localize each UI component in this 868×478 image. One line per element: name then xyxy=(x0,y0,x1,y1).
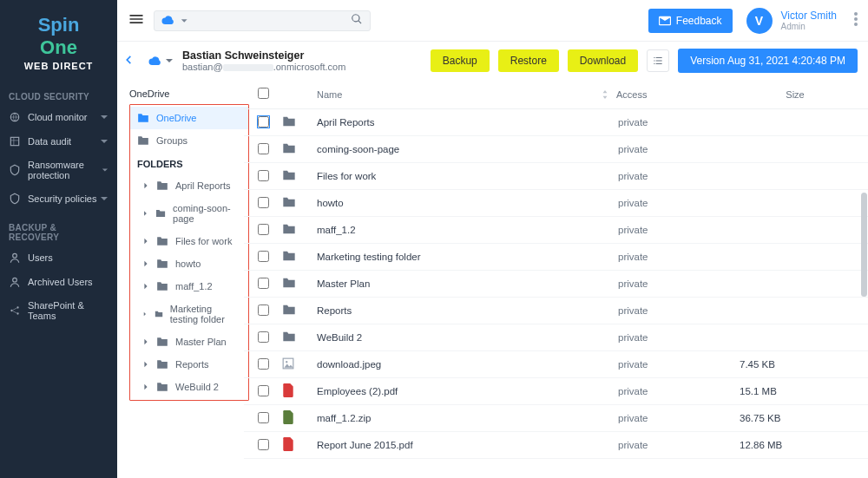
tree-folder-item[interactable]: maff_1.2 xyxy=(135,275,248,298)
logo-word-1: Spin xyxy=(38,14,80,36)
user-role: Admin xyxy=(781,22,837,31)
nav-item[interactable]: Data audit xyxy=(0,129,117,154)
tree-section-folders: FOLDERS xyxy=(130,152,248,174)
row-checkbox[interactable] xyxy=(258,331,269,343)
table-row[interactable]: Report June 2015.pdfprivate12.86 MB xyxy=(244,432,868,459)
tree-folder-item[interactable]: Marketing testing folder xyxy=(135,298,248,331)
breadcrumb: OneDrive xyxy=(129,88,244,99)
scrollbar-thumb[interactable] xyxy=(861,193,867,297)
tree-folder-item[interactable]: Files for work xyxy=(135,230,248,252)
row-checkbox[interactable] xyxy=(258,170,269,181)
table-row[interactable]: download.jpegprivate7.45 KB xyxy=(244,351,868,378)
view-toggle-button[interactable] xyxy=(647,49,669,72)
backup-button[interactable]: Backup xyxy=(431,49,490,72)
file-name: howto xyxy=(313,198,615,208)
table-row[interactable]: maff_1.2.zipprivate36.75 KB xyxy=(244,405,868,432)
tree-item-groups[interactable]: Groups xyxy=(130,129,248,152)
user-menu[interactable]: V Victor Smith Admin xyxy=(746,8,837,34)
chevron-down-icon xyxy=(165,56,174,65)
download-button[interactable]: Download xyxy=(568,49,638,72)
file-size: 7.45 KB xyxy=(736,359,858,370)
file-access: private xyxy=(615,198,736,208)
table-row[interactable]: April Reportsprivate xyxy=(244,109,868,136)
nav-item[interactable]: Users xyxy=(0,246,117,270)
context-user-name: Bastian Schweinsteiger xyxy=(182,49,345,62)
file-type-icon xyxy=(279,410,313,426)
tree-folder-item[interactable]: howto xyxy=(135,252,248,275)
svg-point-6 xyxy=(16,312,18,314)
file-name: maff_1.2 xyxy=(313,225,615,235)
row-checkbox[interactable] xyxy=(258,116,269,128)
col-name[interactable]: Name xyxy=(317,89,342,100)
file-type-icon xyxy=(279,383,313,399)
mail-icon xyxy=(659,16,671,26)
row-checkbox[interactable] xyxy=(258,224,269,235)
nav-item[interactable]: Cloud monitor xyxy=(0,105,117,129)
table-row[interactable]: Files for workprivate xyxy=(244,163,868,190)
file-name: download.jpeg xyxy=(313,359,615,370)
search-icon[interactable] xyxy=(351,13,363,28)
file-type-icon xyxy=(279,250,313,264)
cloud-icon xyxy=(161,15,175,27)
file-table: Name Access Size April Reportsprivatecom… xyxy=(244,80,868,478)
tree-folder-item[interactable]: coming-soon-page xyxy=(135,197,248,230)
svg-point-9 xyxy=(854,23,858,26)
tree-folder-item[interactable]: April Reports xyxy=(135,174,248,197)
col-size[interactable]: Size xyxy=(734,89,856,100)
nav-item[interactable]: Security policies xyxy=(0,187,117,211)
row-checkbox[interactable] xyxy=(258,385,269,396)
file-access: private xyxy=(615,117,736,128)
table-row[interactable]: Reportsprivate xyxy=(244,298,868,324)
row-checkbox[interactable] xyxy=(258,278,269,289)
nav-item[interactable]: Ransomware protection xyxy=(0,154,117,187)
row-checkbox[interactable] xyxy=(258,358,269,370)
table-row[interactable]: coming-soon-pageprivate xyxy=(244,136,868,163)
table-row[interactable]: Master Planprivate xyxy=(244,271,868,298)
menu-toggle-button[interactable] xyxy=(128,10,145,30)
file-type-icon xyxy=(279,304,313,318)
back-button[interactable] xyxy=(117,54,140,69)
search-input[interactable] xyxy=(193,15,363,27)
file-access: private xyxy=(615,171,736,181)
select-all-checkbox[interactable] xyxy=(258,88,269,99)
feedback-button[interactable]: Feedback xyxy=(648,9,733,33)
row-checkbox[interactable] xyxy=(258,251,269,262)
table-row[interactable]: WeBuild 2private xyxy=(244,324,868,351)
table-row[interactable]: Employees (2).pdfprivate15.1 MB xyxy=(244,378,868,405)
file-access: private xyxy=(615,440,736,450)
nav-section-backup-recovery: BACKUP & RECOVERY xyxy=(0,211,117,246)
nav-item[interactable]: Archived Users xyxy=(0,270,117,294)
restore-button[interactable]: Restore xyxy=(498,49,559,72)
table-row[interactable]: Marketing testing folderprivate xyxy=(244,244,868,271)
file-name: April Reports xyxy=(313,117,615,128)
topbar: Feedback V Victor Smith Admin xyxy=(117,0,868,42)
sort-icon[interactable] xyxy=(601,90,609,99)
row-checkbox[interactable] xyxy=(258,197,269,208)
more-button[interactable] xyxy=(854,12,858,29)
tree-folder-item[interactable]: Master Plan xyxy=(135,331,248,353)
file-access: private xyxy=(615,386,736,396)
row-checkbox[interactable] xyxy=(258,304,269,316)
row-checkbox[interactable] xyxy=(258,143,269,154)
service-dropdown[interactable] xyxy=(148,56,174,65)
row-checkbox[interactable] xyxy=(258,439,269,450)
file-type-icon xyxy=(279,142,313,156)
svg-point-11 xyxy=(286,361,287,363)
row-checkbox[interactable] xyxy=(258,412,269,423)
file-type-icon xyxy=(279,331,313,344)
file-access: private xyxy=(615,252,736,262)
file-name: Master Plan xyxy=(313,278,615,289)
folder-tree: OneDriveGroups FOLDERS April Reportscomi… xyxy=(129,104,249,401)
tree-folder-item[interactable]: WeBuild 2 xyxy=(135,376,248,398)
tree-folder-item[interactable]: Reports xyxy=(135,353,248,376)
cloud-icon xyxy=(148,56,162,65)
file-name: Files for work xyxy=(313,171,615,181)
table-row[interactable]: maff_1.2private xyxy=(244,217,868,244)
file-type-icon xyxy=(279,277,313,291)
nav-item[interactable]: SharePoint & Teams xyxy=(0,294,117,327)
col-access[interactable]: Access xyxy=(613,89,734,100)
tree-item-onedrive[interactable]: OneDrive xyxy=(130,107,248,129)
service-selector[interactable] xyxy=(154,10,371,31)
table-row[interactable]: howtoprivate xyxy=(244,190,868,217)
version-badge[interactable]: Version Aug 31, 2021 4:20:48 PM xyxy=(678,49,858,73)
